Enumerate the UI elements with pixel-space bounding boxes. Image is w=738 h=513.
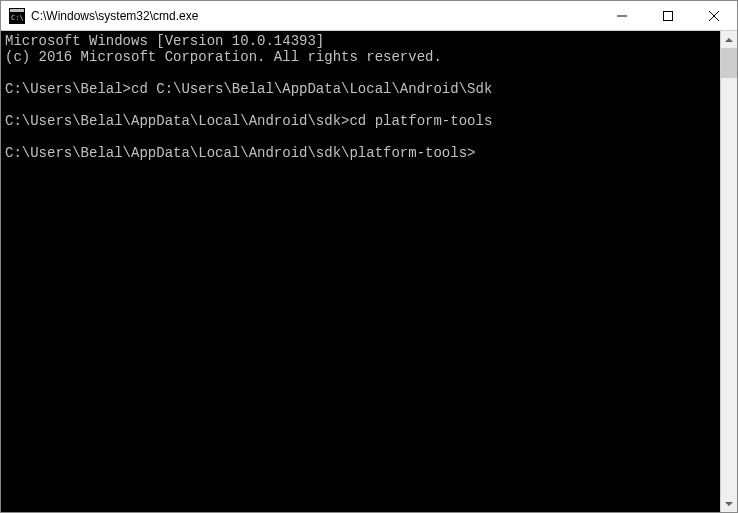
minimize-icon <box>617 11 627 21</box>
terminal-line <box>5 97 720 113</box>
window-title: C:\Windows\system32\cmd.exe <box>31 9 599 23</box>
cmd-app-icon: C:\ <box>9 8 25 24</box>
terminal-output[interactable]: Microsoft Windows [Version 10.0.14393](c… <box>1 31 720 512</box>
svg-text:C:\: C:\ <box>11 14 24 22</box>
content-area: Microsoft Windows [Version 10.0.14393](c… <box>1 31 737 512</box>
svg-marker-8 <box>725 502 733 506</box>
scroll-up-arrow[interactable] <box>721 31 737 48</box>
chevron-up-icon <box>725 38 733 42</box>
terminal-line <box>5 129 720 145</box>
terminal-line: C:\Users\Belal>cd C:\Users\Belal\AppData… <box>5 81 720 97</box>
chevron-down-icon <box>725 502 733 506</box>
svg-rect-4 <box>664 11 673 20</box>
close-button[interactable] <box>691 1 737 30</box>
minimize-button[interactable] <box>599 1 645 30</box>
terminal-line: C:\Users\Belal\AppData\Local\Android\sdk… <box>5 145 720 161</box>
scroll-down-arrow[interactable] <box>721 495 737 512</box>
maximize-button[interactable] <box>645 1 691 30</box>
terminal-line: Microsoft Windows [Version 10.0.14393] <box>5 33 720 49</box>
vertical-scrollbar[interactable] <box>720 31 737 512</box>
close-icon <box>709 11 719 21</box>
svg-marker-7 <box>725 38 733 42</box>
terminal-line: C:\Users\Belal\AppData\Local\Android\sdk… <box>5 113 720 129</box>
maximize-icon <box>663 11 673 21</box>
scroll-thumb[interactable] <box>721 48 737 78</box>
titlebar: C:\ C:\Windows\system32\cmd.exe <box>1 1 737 31</box>
terminal-line: (c) 2016 Microsoft Corporation. All righ… <box>5 49 720 65</box>
window-controls <box>599 1 737 30</box>
terminal-line <box>5 65 720 81</box>
svg-rect-1 <box>10 9 24 12</box>
